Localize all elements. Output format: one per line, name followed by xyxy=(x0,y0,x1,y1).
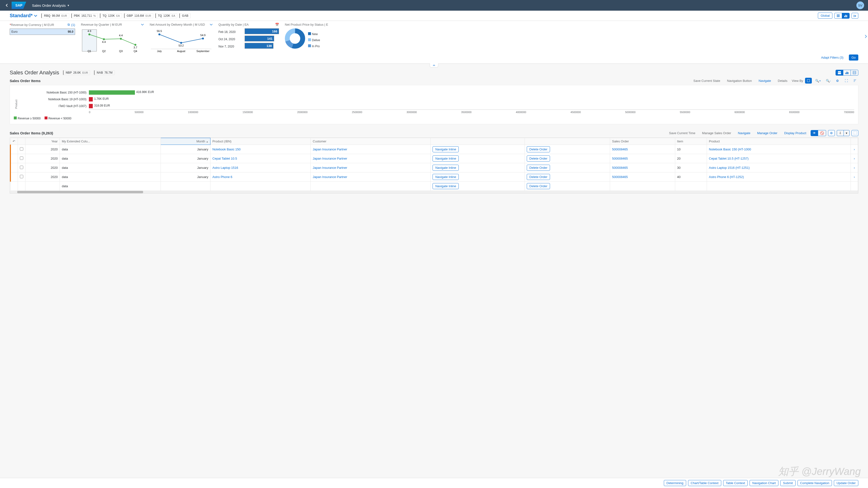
product-ibn-link[interactable]: Cepat Tablet 10.5 xyxy=(212,157,237,160)
col-so[interactable]: Sales Order xyxy=(610,138,675,145)
currency-bar-euro[interactable]: Euro 98.0 xyxy=(10,29,75,35)
delete-order-button[interactable]: Delete Order xyxy=(527,183,550,189)
month-line-chart[interactable]: 56.5 53.2 54.9 July August September xyxy=(150,28,213,53)
product-ibn-link[interactable]: Notebook Basic 150 xyxy=(212,148,241,151)
scroll-right-button[interactable] xyxy=(864,32,868,41)
view-chart-icon[interactable] xyxy=(842,13,849,19)
popout-icon[interactable]: ⧉ xyxy=(68,23,70,27)
section-kpi-nbp[interactable]: NBP26.6KEUR xyxy=(63,70,90,75)
section-kpi-nab[interactable]: NAB76.7M xyxy=(94,70,115,75)
navigate-inline-button[interactable]: Navigate Inline xyxy=(433,155,459,161)
so-link[interactable]: 500008465 xyxy=(612,157,628,160)
col-nav[interactable] xyxy=(851,138,858,145)
col-nav-inline[interactable] xyxy=(431,138,525,145)
product-link[interactable]: Notebook Basic 150 (HT-1000 xyxy=(709,148,751,151)
back-button[interactable] xyxy=(4,2,10,8)
table-navigate-button[interactable]: Navigate xyxy=(736,130,753,136)
navigate-button[interactable]: Navigate xyxy=(756,78,773,84)
qty-row-1[interactable]: Oct 24, 2020141 xyxy=(218,36,279,43)
fullscreen-button[interactable]: ⛶ xyxy=(843,78,849,84)
delete-order-button[interactable]: Delete Order xyxy=(527,155,550,161)
show-icon[interactable]: 👁 xyxy=(811,130,818,136)
navigate-inline-button[interactable]: Navigate Inline xyxy=(433,165,459,171)
go-button[interactable]: Go xyxy=(849,55,858,61)
row-checkbox[interactable] xyxy=(20,147,23,151)
customer-link[interactable]: Japan Insurance Partner xyxy=(313,175,347,179)
legend-button[interactable] xyxy=(851,78,858,83)
qty-row-2[interactable]: Nov 7, 2020138 xyxy=(218,43,279,50)
view-list-icon[interactable] xyxy=(835,13,842,19)
hbar-row-2[interactable]: ITelO Vault (HT-1007) 318.09 EUR xyxy=(19,103,854,110)
zoom-out-button[interactable]: 🔍- xyxy=(825,78,832,84)
product-ibn-link[interactable]: Astro Phone 6 xyxy=(212,175,232,179)
variant-selector[interactable]: Standard* xyxy=(10,13,37,19)
row-checkbox[interactable] xyxy=(20,166,23,169)
chevron-down-icon[interactable] xyxy=(141,23,144,26)
product-link[interactable]: Astro Phone 6 (HT-1252) xyxy=(709,175,744,179)
adapt-filters-button[interactable]: Adapt Filters (3) xyxy=(818,55,846,60)
manage-so-button[interactable]: Manage Sales Order xyxy=(700,130,734,136)
quarter-line-chart[interactable]: 4.9 4.4 4.4 3.7 Q1 Q2 Q3 Q4 xyxy=(81,28,144,53)
col-year[interactable]: Year xyxy=(25,138,60,145)
navigate-inline-button[interactable]: Navigate Inline xyxy=(433,183,459,189)
kpi-gbp[interactable]: GBP116.6MEUR xyxy=(124,13,153,18)
col-customer[interactable]: Customer xyxy=(311,138,431,145)
kpi-pbk[interactable]: PBK162,711% xyxy=(71,13,98,18)
view-table-icon[interactable] xyxy=(851,70,858,75)
export-menu-button[interactable]: ▾ xyxy=(844,130,849,136)
nav-button-button[interactable]: Navigation Button xyxy=(724,78,754,84)
donut-chart[interactable] xyxy=(285,28,305,49)
table-row[interactable]: 2020 data January Cepat Tablet 10.5 Japa… xyxy=(10,154,858,163)
col-product[interactable]: Product xyxy=(707,138,851,145)
product-link[interactable]: Astro Laptop 1516 (HT-1251) xyxy=(709,166,750,170)
h-scrollbar[interactable] xyxy=(10,191,858,193)
col-item[interactable]: Item xyxy=(675,138,707,145)
row-checkbox[interactable] xyxy=(20,156,23,160)
table-fullscreen-button[interactable]: ⛶ xyxy=(851,130,858,136)
customer-link[interactable]: Japan Insurance Partner xyxy=(313,148,347,151)
col-ext[interactable]: My Extended Colu... xyxy=(60,138,161,145)
product-link[interactable]: Cepat Tablet 10.5 (HT-1257) xyxy=(709,157,749,160)
col-select[interactable] xyxy=(18,138,25,145)
user-avatar[interactable]: SV xyxy=(857,1,864,9)
hbar-row-0[interactable]: Notebook Basic 150 (HT-1000) 416.98K EUR xyxy=(19,89,854,96)
table-row[interactable]: data Navigate Inline Delete Order xyxy=(10,182,858,191)
row-checkbox[interactable] xyxy=(20,175,23,178)
kpi-rbq[interactable]: RBQ98.0MEUR xyxy=(41,13,69,18)
view-chart-icon[interactable] xyxy=(843,70,851,75)
col-month[interactable]: Month xyxy=(161,138,210,145)
qty-row-0[interactable]: Feb 18, 2020166 xyxy=(218,28,279,36)
hbar-row-1[interactable]: Notebook Basic 19 (HT-1003) 1.76K EUR xyxy=(19,96,854,103)
kpi-tq2[interactable]: TQ120KEA xyxy=(155,13,177,18)
calendar-icon[interactable]: 📅 xyxy=(275,23,279,26)
so-link[interactable]: 500008465 xyxy=(612,166,628,170)
manage-order-button[interactable]: Manage Order xyxy=(755,130,780,136)
export-button[interactable]: ⇩ xyxy=(837,130,844,136)
product-ibn-link[interactable]: Astro Laptop 1516 xyxy=(212,166,238,170)
zoom-in-button[interactable]: 🔍+ xyxy=(814,78,823,84)
navigate-inline-button[interactable]: Navigate Inline xyxy=(433,174,459,180)
view-hybrid-icon[interactable] xyxy=(836,70,843,75)
delete-order-button[interactable]: Delete Order xyxy=(527,174,550,180)
table-row[interactable]: 2020 data January Notebook Basic 150 Jap… xyxy=(10,145,858,154)
customer-link[interactable]: Japan Insurance Partner xyxy=(313,157,347,160)
col-undo[interactable]: ↶ xyxy=(10,138,18,145)
collapse-header-button[interactable] xyxy=(430,63,438,67)
settings-button[interactable]: ⚙ xyxy=(834,78,841,84)
table-settings-button[interactable]: ⚙ xyxy=(828,130,835,136)
col-product-ibn[interactable]: Product (IBN) xyxy=(210,138,310,145)
navigate-inline-button[interactable]: Navigate Inline xyxy=(433,146,459,152)
col-delete[interactable] xyxy=(525,138,610,145)
kpi-tq1[interactable]: TQ120KEA xyxy=(100,13,122,18)
save-state-button[interactable]: Save Current State xyxy=(691,78,723,84)
chevron-down-icon[interactable] xyxy=(210,23,213,26)
table-row[interactable]: 2020 data January Astro Laptop 1516 Japa… xyxy=(10,163,858,173)
delete-order-button[interactable]: Delete Order xyxy=(527,165,550,171)
app-title-dropdown[interactable]: Sales Order Analysis ▼ xyxy=(32,3,69,7)
kpi-gab[interactable]: GAB xyxy=(179,13,191,18)
table-row[interactable]: 2020 data January Astro Phone 6 Japan In… xyxy=(10,173,858,182)
details-button[interactable]: Details xyxy=(775,78,790,84)
customer-link[interactable]: Japan Insurance Partner xyxy=(313,166,347,170)
hide-icon[interactable]: 🚫 xyxy=(818,130,826,136)
share-button[interactable] xyxy=(851,13,858,19)
